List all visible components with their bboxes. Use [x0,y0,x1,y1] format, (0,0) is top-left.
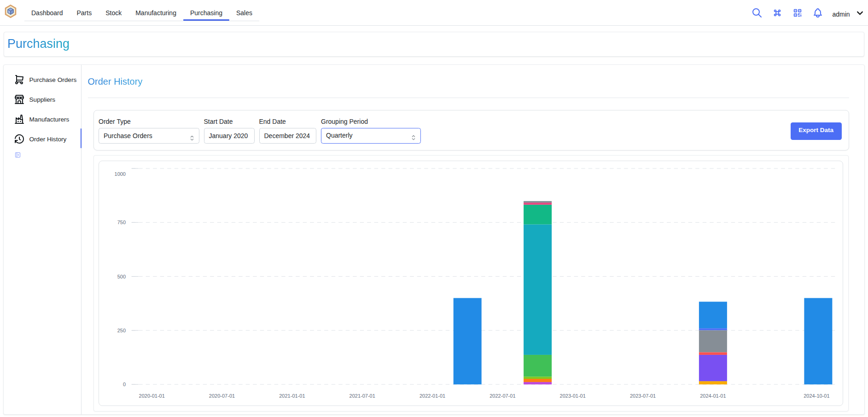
svg-text:2022-07-01: 2022-07-01 [489,393,515,399]
svg-text:2024-01-01: 2024-01-01 [700,393,726,399]
svg-text:2024-10-01: 2024-10-01 [804,393,829,399]
svg-text:750: 750 [117,220,126,225]
svg-text:2020-01-01: 2020-01-01 [139,393,165,399]
svg-text:2023-01-01: 2023-01-01 [560,393,586,399]
svg-text:2021-01-01: 2021-01-01 [279,393,305,399]
svg-text:2021-07-01: 2021-07-01 [350,393,375,399]
svg-text:2022-01-01: 2022-01-01 [419,393,445,399]
svg-text:500: 500 [117,274,126,279]
svg-text:2023-07-01: 2023-07-01 [630,393,656,399]
svg-text:0: 0 [123,382,126,387]
svg-text:1000: 1000 [115,171,126,177]
svg-text:2020-07-01: 2020-07-01 [209,393,235,399]
svg-text:250: 250 [117,328,126,333]
